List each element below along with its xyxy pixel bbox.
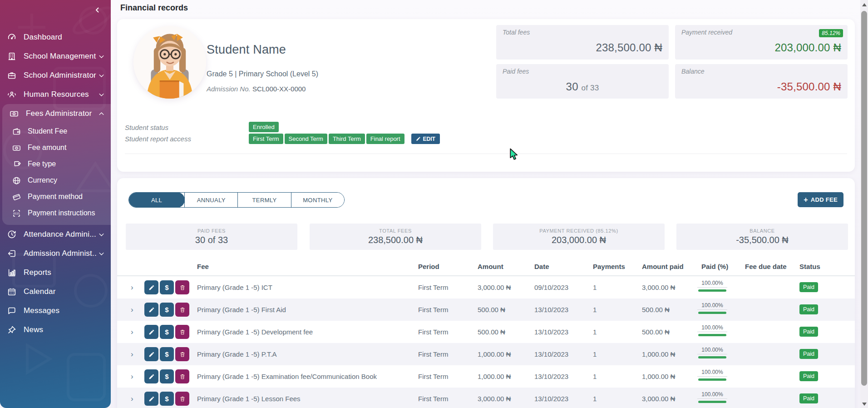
sidebar-item-school-management[interactable]: School Management [0,47,111,66]
fees-administrator-group: Fees Administrator Student Fee [2,104,111,225]
main-content: Financial records [111,0,860,408]
delete-fee-button[interactable] [175,392,189,406]
edit-report-access-button[interactable]: EDIT [411,134,440,144]
summary-label: TOTAL FEES [379,228,412,234]
term-access-badge[interactable]: Second Term [285,134,327,144]
pencil-icon [416,136,421,141]
pay-fee-button[interactable]: $ [160,280,174,294]
delete-fee-button[interactable] [175,325,189,339]
sidebar-item-reports[interactable]: Reports [0,263,111,282]
edit-fee-button[interactable] [144,392,158,406]
edit-fee-button[interactable] [144,347,158,361]
sidebar-item-fees-administrator[interactable]: Fees Administrator [2,104,111,123]
period-filter-tabs: ALL ANNUALY TERMLY MONTHLY [128,192,345,208]
status-paid-badge: Paid [799,349,818,359]
pin-icon [6,324,17,335]
sidebar-item-fee-type[interactable]: Fee type [2,156,111,172]
col-header-payments: Payments [593,263,625,270]
fee-name: Primary (Grade 1 -5) Development fee [197,321,313,343]
fee-payments: 1 [593,299,597,321]
scroll-down-arrow-icon[interactable] [862,403,867,406]
sidebar-collapse-button[interactable] [94,5,104,15]
chevron-down-icon [97,52,105,60]
sidebar-item-label: Messages [24,306,105,315]
delete-fee-button[interactable] [175,303,189,317]
fee-period: First Term [418,276,448,299]
student-status-label: Student status [125,124,168,131]
pay-fee-button[interactable]: $ [160,347,174,361]
delete-fee-button[interactable] [175,369,189,383]
tab-all[interactable]: ALL [128,192,185,208]
edit-fee-button[interactable] [144,280,158,294]
edit-fee-button[interactable] [144,369,158,383]
row-expand-chevron-icon[interactable]: › [131,299,133,321]
svg-text:0121: 0121 [13,212,20,214]
table-row: › $ Primary (Grade 1 -5) Lesson Fees Fir… [117,388,855,408]
pay-fee-button[interactable]: $ [160,325,174,339]
delete-fee-button[interactable] [175,347,189,361]
paid-progress-bar [698,378,726,381]
sidebar-item-messages[interactable]: Messages [0,301,111,320]
row-expand-chevron-icon[interactable]: › [131,365,133,388]
tab-monthly[interactable]: MONTHLY [291,193,344,207]
admission-value: SCL000-XX-0000 [252,85,306,93]
sidebar-item-payment-instructions[interactable]: 0121 Payment instructions [2,205,111,221]
fee-name: Primary (Grade 1 -5) Lesson Fees [197,388,301,408]
row-expand-chevron-icon[interactable]: › [131,388,133,408]
edit-fee-button[interactable] [144,303,158,317]
fees-table-card: ALL ANNUALY TERMLY MONTHLY + ADD FEE PAI… [117,178,855,408]
sidebar-item-student-fee[interactable]: Student Fee [2,123,111,139]
report-access-badges: First Term Second Term Third Term Final … [249,134,440,144]
sidebar-item-attendance-administrator[interactable]: Attendance Admini... [0,225,111,244]
total-fees-card: Total fees 238,500.00 ₦ [496,25,669,60]
fee-period: First Term [418,299,448,321]
sidebar-item-admission-administrator[interactable]: Admission Administ... [0,244,111,263]
fee-amount-paid: 1,000.00 ₦ [642,365,675,388]
sidebar-item-label: Admission Administ... [24,249,97,258]
term-access-badge[interactable]: Final report [366,134,404,144]
term-access-badge[interactable]: First Term [249,134,283,144]
tab-termly[interactable]: TERMLY [237,193,291,207]
scrollbar-thumb[interactable] [861,11,867,386]
row-expand-chevron-icon[interactable]: › [131,343,133,365]
fee-period: First Term [418,343,448,365]
dashboard-icon [6,32,17,43]
table-row: › $ Primary (Grade 1 -5) P.T.A First Ter… [117,343,855,365]
pay-fee-button[interactable]: $ [160,392,174,406]
sidebar-item-fee-amount[interactable]: Fee amount [2,139,111,156]
sidebar-item-currency[interactable]: Currency [2,172,111,189]
edit-fee-button[interactable] [144,325,158,339]
fee-date: 13/10/2023 [534,365,568,388]
add-fee-button[interactable]: + ADD FEE [798,192,843,207]
paid-percent: 100.00% [697,369,727,381]
app-root: Dashboard School Management School [0,0,868,408]
sidebar-item-payment-method[interactable]: Payment method [2,189,111,205]
scroll-up-arrow-icon[interactable] [862,3,867,6]
paid-percent-text: 100.00% [697,347,727,354]
summary-value: -35,500.00 ₦ [736,235,789,245]
paid-fees-total: of 33 [582,84,599,92]
paid-percent: 100.00% [697,324,727,336]
sidebar-item-calendar[interactable]: Calendar [0,282,111,301]
row-expand-chevron-icon[interactable]: › [131,276,133,299]
pay-fee-button[interactable]: $ [160,369,174,383]
paid-percent-text: 100.00% [697,302,727,310]
vertical-scrollbar[interactable] [860,0,868,408]
sidebar-item-dashboard[interactable]: Dashboard [0,28,111,47]
fee-amount-paid: 500.00 ₦ [642,299,670,321]
sidebar-item-label: Payment instructions [28,209,95,217]
student-grade: Grade 5 | Primary School (Level 5) [207,70,318,78]
sidebar-item-human-resources[interactable]: Human Resources [0,85,111,104]
delete-fee-button[interactable] [175,280,189,294]
sidebar-item-school-administrator[interactable]: School Administrator [0,66,111,85]
term-access-badge[interactable]: Third Term [329,134,365,144]
tab-annualy[interactable]: ANNUALY [184,193,237,207]
sidebar-item-label: Attendance Admini... [24,230,97,239]
student-name: Student Name [207,43,286,57]
sidebar-item-label: School Administrator [24,71,97,80]
pay-fee-button[interactable]: $ [160,303,174,317]
banknote-icon [11,143,22,153]
sidebar-item-news[interactable]: News [0,320,111,339]
row-expand-chevron-icon[interactable]: › [131,321,133,343]
fee-name: Primary (Grade 1 -5) ICT [197,276,272,299]
